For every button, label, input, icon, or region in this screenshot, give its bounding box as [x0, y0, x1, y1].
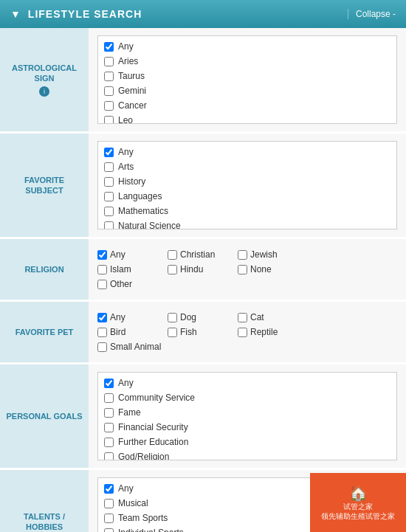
- personal-goals-content: Any Community Service Fame Financial Sec…: [89, 365, 406, 468]
- any-checkbox[interactable]: [104, 42, 114, 52]
- favorite-pet-content: Any Bird Small Animal Dog Fish: [89, 302, 406, 362]
- list-item: Aries: [98, 54, 396, 69]
- musical-checkbox[interactable]: [104, 499, 114, 508]
- astrological-sign-section: ASTROLOGICAL SIGN i Any Aries Taurus Gem…: [0, 28, 406, 134]
- gemini-checkbox[interactable]: [104, 86, 114, 96]
- watermark: 🏠 试管之家 领先辅助生殖试管之家: [310, 473, 406, 532]
- religion-section: RELIGION Any Islam Other Christian: [0, 239, 406, 302]
- lifestyle-search-header: ▼ LIFESTYLE SEARCH Collapse -: [0, 0, 406, 28]
- list-item: Any: [97, 312, 168, 322]
- list-item: Any: [98, 376, 396, 390]
- small-animal-checkbox[interactable]: [97, 342, 107, 352]
- reptile-checkbox[interactable]: [238, 328, 247, 337]
- list-item: Christian: [168, 249, 238, 260]
- list-item: Mathematics: [98, 204, 396, 218]
- further-education-checkbox[interactable]: [104, 438, 114, 447]
- list-item: Languages: [98, 189, 396, 204]
- list-item: Any: [97, 249, 168, 260]
- arts-checkbox[interactable]: [104, 162, 114, 172]
- christian-checkbox[interactable]: [168, 250, 177, 260]
- mathematics-checkbox[interactable]: [104, 207, 114, 216]
- list-item: Bird: [97, 327, 168, 337]
- list-item: Fish: [168, 327, 238, 337]
- hindu-checkbox[interactable]: [168, 265, 177, 274]
- religion-label: RELIGION: [24, 264, 63, 274]
- natural-science-checkbox[interactable]: [104, 221, 114, 230]
- languages-checkbox[interactable]: [104, 192, 114, 201]
- list-item: Arts: [98, 159, 396, 174]
- favorite-subject-label: FAVORITE SUBJECT: [6, 175, 83, 196]
- list-item: God/Religion: [98, 449, 396, 460]
- list-item: Fame: [98, 405, 396, 420]
- list-item: Hindu: [168, 264, 238, 274]
- talents-hobbies-label-col: TALENTS / HOBBIES: [0, 470, 89, 532]
- info-icon[interactable]: i: [39, 86, 49, 97]
- any-checkbox[interactable]: [97, 250, 107, 260]
- list-item: Cat: [238, 312, 308, 322]
- list-item: Financial Security: [98, 420, 396, 435]
- other-checkbox[interactable]: [97, 280, 107, 289]
- header-left: ▼ LIFESTYLE SEARCH: [10, 8, 142, 20]
- individual-sports-checkbox[interactable]: [104, 528, 114, 533]
- list-item: Cancer: [98, 98, 396, 113]
- list-item: Community Service: [98, 390, 396, 405]
- astrological-sign-label: ASTROLOGICAL SIGN: [6, 63, 83, 84]
- leo-checkbox[interactable]: [104, 116, 114, 125]
- cat-checkbox[interactable]: [238, 313, 247, 322]
- talents-hobbies-label: TALENTS / HOBBIES: [6, 511, 83, 532]
- list-item: Other: [97, 279, 168, 289]
- list-item: History: [98, 174, 396, 189]
- favorite-subject-list[interactable]: Any Arts History Languages Mathematics N…: [97, 141, 397, 229]
- cancer-checkbox[interactable]: [104, 101, 114, 111]
- personal-goals-list[interactable]: Any Community Service Fame Financial Sec…: [97, 372, 397, 460]
- religion-col-1: Any Islam Other: [97, 249, 168, 289]
- list-item: Jewish: [238, 249, 308, 260]
- list-item: Any: [98, 145, 396, 159]
- islam-checkbox[interactable]: [97, 265, 107, 274]
- list-item: Natural Science: [98, 218, 396, 229]
- taurus-checkbox[interactable]: [104, 72, 114, 81]
- any-checkbox[interactable]: [104, 379, 114, 388]
- personal-goals-label: PERSONAL GOALS: [6, 411, 82, 421]
- history-checkbox[interactable]: [104, 177, 114, 187]
- favorite-pet-label-col: FAVORITE PET: [0, 302, 89, 362]
- team-sports-checkbox[interactable]: [104, 514, 114, 523]
- fame-checkbox[interactable]: [104, 408, 114, 418]
- favorite-subject-section: FAVORITE SUBJECT Any Arts History Langua…: [0, 134, 406, 239]
- favorite-subject-content: Any Arts History Languages Mathematics N…: [89, 134, 406, 237]
- pet-col-2: Dog Fish: [168, 312, 238, 352]
- list-item: Any: [98, 39, 396, 54]
- religion-content: Any Islam Other Christian Hindu: [89, 239, 406, 300]
- list-item: Further Education: [98, 435, 396, 449]
- personal-goals-section: PERSONAL GOALS Any Community Service Fam…: [0, 365, 406, 470]
- community-service-checkbox[interactable]: [104, 393, 114, 403]
- list-item: Islam: [97, 264, 168, 274]
- fish-checkbox[interactable]: [168, 328, 177, 337]
- list-item: Taurus: [98, 69, 396, 83]
- any-checkbox[interactable]: [104, 148, 114, 157]
- list-item: Leo: [98, 113, 396, 124]
- religion-col-3: Jewish None: [238, 249, 308, 289]
- aries-checkbox[interactable]: [104, 57, 114, 66]
- list-item: Gemini: [98, 83, 396, 98]
- favorite-subject-label-col: FAVORITE SUBJECT: [0, 134, 89, 237]
- religion-col-2: Christian Hindu: [168, 249, 238, 289]
- bird-checkbox[interactable]: [97, 328, 107, 337]
- astrological-sign-list[interactable]: Any Aries Taurus Gemini Cancer Leo: [97, 35, 397, 124]
- favorite-pet-label: FAVORITE PET: [16, 327, 74, 337]
- list-item: None: [238, 264, 308, 274]
- any-checkbox[interactable]: [104, 484, 114, 494]
- collapse-button[interactable]: Collapse -: [348, 9, 396, 19]
- any-checkbox[interactable]: [97, 313, 107, 322]
- personal-goals-label-col: PERSONAL GOALS: [0, 365, 89, 468]
- astrological-sign-label-col: ASTROLOGICAL SIGN i: [0, 28, 89, 131]
- financial-security-checkbox[interactable]: [104, 423, 114, 432]
- list-item: Small Animal: [97, 342, 168, 352]
- list-item: Reptile: [238, 327, 308, 337]
- dog-checkbox[interactable]: [168, 313, 177, 322]
- god-religion-checkbox[interactable]: [104, 452, 114, 461]
- jewish-checkbox[interactable]: [238, 250, 247, 260]
- watermark-text: 试管之家 领先辅助生殖试管之家: [321, 502, 395, 521]
- none-checkbox[interactable]: [238, 265, 247, 274]
- favorite-pet-section: FAVORITE PET Any Bird Small Animal Dog: [0, 302, 406, 365]
